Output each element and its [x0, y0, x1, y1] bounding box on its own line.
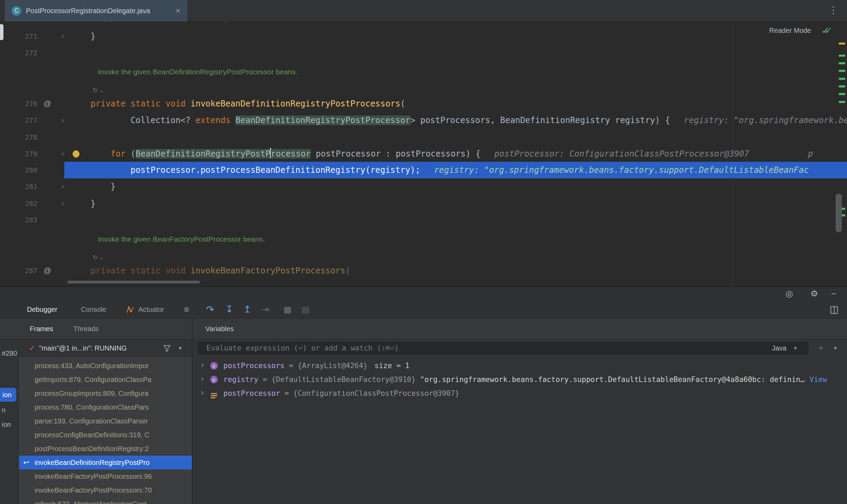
tab-actuator[interactable]: Actuator	[138, 300, 164, 319]
code-token: }	[91, 199, 95, 208]
variable-view-link[interactable]: View	[810, 375, 827, 384]
parameter-icon: p	[210, 362, 218, 370]
code-token: postProcessors.sort(comparatorToUse);	[91, 21, 295, 22]
editor-horizontal-scrollbar[interactable]	[67, 281, 200, 283]
thread-selector[interactable]: ✓ "main"@1 in...in": RUNNING ▾	[19, 339, 192, 357]
add-watch-icon[interactable]: +	[818, 341, 823, 355]
code-token: BeanDefinitionRegistryPostP	[136, 149, 270, 159]
code-line[interactable]: private static void invokeBeanDefinition…	[91, 95, 405, 112]
stack-frame[interactable]: parse:193, ConfigurationClassParser	[19, 414, 192, 428]
code-token: private static void	[91, 99, 190, 109]
stack-frame[interactable]: invokeBeanFactoryPostProcessors:96	[19, 469, 192, 483]
run-to-cursor-icon[interactable]: ⇥	[261, 300, 269, 319]
code-line[interactable]: Collection<? extends BeanDefinitionRegis…	[91, 112, 847, 129]
frames-list: process:433, AutoConfigurationImporgetIm…	[19, 357, 192, 504]
expand-chevron-icon[interactable]: ›	[200, 386, 205, 400]
fold-marker-icon[interactable]: ∧	[61, 195, 65, 212]
code-token: BeanDefinitionRegistryPostProcessor	[235, 115, 410, 125]
left-toolwindow-strip: #280ionnion	[0, 339, 19, 504]
more-options-icon[interactable]: ⋮	[829, 4, 838, 16]
thread-label: "main"@1 in...in": RUNNING	[39, 339, 127, 357]
gutter-annotation-icon[interactable]: @	[44, 95, 51, 112]
code-line[interactable]: }	[91, 178, 115, 195]
rendered-doc-comment: Invoke the given BeanDefinitionRegistryP…	[98, 64, 298, 80]
code-line[interactable]: }	[91, 195, 95, 212]
filter-icon[interactable]	[163, 344, 171, 354]
fold-marker-icon[interactable]: ∧	[61, 28, 65, 45]
stack-frame[interactable]: processGroupImports:809, Configura	[19, 386, 192, 400]
code-line[interactable]: for (BeanDefinitionRegistryPostProcessor…	[91, 146, 813, 162]
chevron-down-icon[interactable]: ▾	[794, 342, 797, 355]
variable-value: {ConfigurationClassPostProcessor@3907}	[293, 389, 459, 398]
stack-frame[interactable]: getImports:879, ConfigurationClassPa	[19, 373, 192, 386]
editor-vertical-scrollbar[interactable]	[836, 194, 842, 232]
code-token: extends	[195, 115, 235, 125]
inspections-ok-icon[interactable]: ✓✓	[821, 25, 841, 36]
line-number: 276	[0, 95, 37, 112]
tab-console[interactable]: Console	[81, 300, 106, 319]
expand-chevron-icon[interactable]: ›	[200, 373, 205, 386]
code-line[interactable]: postProcessors.sort(comparatorToUse);	[91, 21, 295, 26]
code-line[interactable]: }	[91, 28, 95, 45]
variable-row[interactable]: ›postProcessor = {ConfigurationClassPost…	[192, 386, 847, 400]
step-over-icon[interactable]: ↷	[206, 300, 214, 319]
editor-tab-postprocessorregistrationdelegate[interactable]: C PostProcessorRegistrationDelegate.java…	[5, 0, 187, 21]
variable-name: postProcessor	[223, 389, 280, 398]
chevron-down-icon[interactable]: ▾	[179, 339, 182, 357]
stack-frame[interactable]: processConfigBeanDefinitions:319, C	[19, 428, 192, 442]
tab-frames[interactable]: Frames	[30, 319, 53, 339]
step-into-icon[interactable]: ↧	[225, 300, 233, 319]
code-editor[interactable]: postProcessors.sort(comparatorToUse);271…	[0, 21, 847, 286]
stack-frame[interactable]: process:780, ConfigurationClassPars	[19, 400, 192, 414]
evaluate-expression-input[interactable]: Evaluate expression (⏎) or add a watch (…	[197, 341, 809, 355]
close-icon[interactable]: ×	[176, 6, 180, 16]
panel-divider[interactable]	[192, 319, 193, 504]
step-out-icon[interactable]: ↥	[243, 300, 251, 319]
mute-breakpoints-icon[interactable]: ▤	[301, 300, 310, 319]
stack-frame[interactable]: invokeBeanFactoryPostProcessors:70	[19, 483, 192, 497]
variable-row[interactable]: ›pregistry = {DefaultListableBeanFactory…	[192, 373, 847, 386]
fold-marker-icon[interactable]: ∨	[61, 146, 65, 162]
intention-bulb-icon[interactable]	[73, 150, 80, 157]
code-token: (	[345, 266, 350, 276]
line-number: 282	[0, 195, 37, 212]
stack-frame[interactable]: refresh:533, AbstractApplicationCont	[19, 497, 192, 504]
change-marker	[839, 78, 845, 80]
java-class-icon: C	[12, 6, 21, 16]
stack-frame[interactable]: process:433, AutoConfigurationImpor	[19, 359, 192, 373]
gear-icon[interactable]: ⚙	[810, 287, 818, 300]
minimize-icon[interactable]: −	[831, 287, 836, 300]
stack-frame[interactable]: ↩invokeBeanDefinitionRegistryPostPro	[19, 456, 192, 469]
line-number: 280	[0, 162, 37, 178]
change-marker	[839, 85, 845, 87]
variable-string-value: "org.springframework.beans.factory.suppo…	[416, 375, 804, 384]
tool-window-header: ◎ ⚙ −	[0, 286, 847, 300]
line-number: 279	[0, 146, 37, 162]
fold-marker-icon[interactable]: ∨	[61, 112, 65, 129]
view-breakpoints-icon[interactable]: ▦	[283, 300, 292, 319]
tab-debugger[interactable]: Debugger	[27, 300, 57, 319]
actuator-icon	[126, 301, 135, 319]
target-icon[interactable]: ◎	[785, 287, 793, 300]
evaluate-language-selector[interactable]: Java	[772, 342, 786, 355]
code-line[interactable]: postProcessor.postProcessBeanDefinitionR…	[91, 162, 809, 178]
ide-window: C PostProcessorRegistrationDelegate.java…	[0, 0, 847, 504]
change-marker	[839, 43, 845, 45]
gutter-annotation-icon[interactable]: @	[44, 262, 51, 279]
debug-toolbar: Debugger Console Actuator ≡ ↷ ↧ ↥ ⇥ ▦ ▤ …	[0, 300, 847, 319]
change-marker	[839, 70, 845, 72]
watch-options-caret-icon[interactable]: ▾	[834, 341, 837, 355]
rendered-doc-comment: Invoke the given BeanFactoryPostProcesso…	[98, 231, 265, 248]
line-number: 271	[0, 28, 37, 45]
stack-frame[interactable]: postProcessBeanDefinitionRegistry:2	[19, 442, 192, 456]
layout-settings-icon[interactable]: ◫	[830, 300, 839, 319]
fold-marker-icon[interactable]: ∧	[61, 178, 65, 195]
code-line[interactable]: private static void invokeBeanFactoryPos…	[91, 262, 350, 279]
reader-mode-label[interactable]: Reader Mode	[769, 27, 811, 35]
line-number: 278	[0, 129, 37, 146]
variable-row[interactable]: ›ppostProcessors = {ArrayList@4264}size …	[192, 359, 847, 373]
tab-threads[interactable]: Threads	[73, 319, 99, 339]
hamburger-menu-icon[interactable]: ≡	[184, 300, 189, 319]
clipped-label-fragment: ion	[2, 418, 11, 431]
expand-chevron-icon[interactable]: ›	[200, 359, 205, 372]
